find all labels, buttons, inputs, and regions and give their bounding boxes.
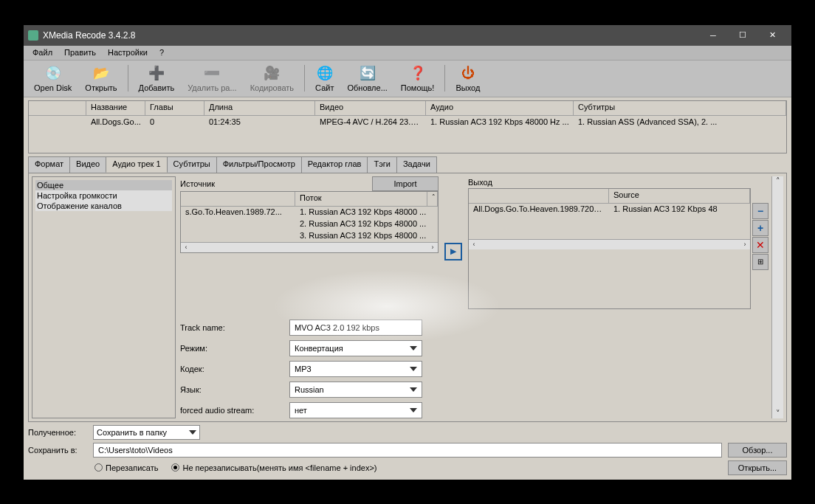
refresh-icon: 🔄 — [359, 64, 376, 82]
power-icon: ⏻ — [459, 64, 477, 82]
minimize-button[interactable]: ─ — [698, 25, 728, 46]
language-select[interactable]: Russian — [289, 382, 422, 398]
source-scrollbar[interactable]: ‹› — [181, 242, 438, 252]
window-title: XMedia Recode 3.4.2.8 — [43, 30, 698, 41]
codec-label: Кодек: — [180, 365, 283, 373]
audio-form: Track name: Режим: Конвертация Кодек: MP… — [180, 320, 771, 418]
mode-label: Режим: — [180, 344, 283, 353]
section-general[interactable]: Общее — [35, 180, 172, 190]
menu-help[interactable]: ? — [155, 46, 168, 58]
titlebar: XMedia Recode 3.4.2.8 ─ ☐ ✕ — [24, 25, 791, 46]
app-window: XMedia Recode 3.4.2.8 ─ ☐ ✕ Файл Править… — [23, 24, 792, 480]
menu-settings[interactable]: Настройки — [103, 46, 152, 58]
overwrite-radio[interactable]: Перезаписать — [94, 463, 158, 472]
add-track-button[interactable]: + — [752, 220, 768, 236]
section-channels[interactable]: Отображение каналов — [35, 201, 172, 211]
path-input[interactable] — [93, 443, 722, 458]
audio-sections: Общее Настройка громкости Отображение ка… — [32, 176, 176, 418]
add-button[interactable]: ➕ Добавить — [133, 63, 181, 94]
received-select[interactable]: Сохранить в папку — [93, 425, 200, 440]
close-button[interactable]: ✕ — [757, 25, 787, 46]
tab-subtitles[interactable]: Субтитры — [167, 156, 217, 173]
no-overwrite-radio[interactable]: Не перезаписывать(менять имя <filename +… — [171, 463, 376, 472]
maximize-button[interactable]: ☐ — [728, 25, 757, 46]
saveto-label: Сохранить в: — [28, 446, 87, 455]
tab-strip: Формат Видео Аудио трек 1 Субтитры Фильт… — [28, 156, 787, 173]
svg-rect-0 — [28, 30, 38, 41]
menu-edit[interactable]: Править — [60, 46, 100, 58]
remove-track-button[interactable]: − — [752, 203, 768, 219]
col-source[interactable]: Source — [609, 189, 750, 203]
open-file-button[interactable]: 📂 Открыть — [79, 63, 123, 94]
col-name[interactable]: Название — [86, 101, 145, 115]
move-right-button[interactable]: ▶ — [444, 243, 462, 260]
encode-button: 🎥 Кодировать — [244, 63, 300, 94]
output-scrollbar[interactable]: ‹› — [469, 239, 750, 249]
section-volume[interactable]: Настройка громкости — [35, 190, 172, 201]
help-button[interactable]: ❓ Помощь! — [395, 63, 441, 94]
mode-select[interactable]: Конвертация — [289, 340, 422, 356]
col-subs[interactable]: Субтитры — [574, 101, 786, 115]
files-list: Название Главы Длина Видео Аудио Субтитр… — [28, 100, 787, 153]
menubar: Файл Править Настройки ? — [24, 46, 791, 61]
update-button[interactable]: 🔄 Обновле... — [341, 63, 393, 94]
codec-select[interactable]: MP3 — [289, 361, 422, 377]
panel-scrollbar[interactable]: ˄˅ — [771, 176, 783, 418]
output-label: Выход — [468, 176, 771, 188]
toolbar: 💿 Open Disk 📂 Открыть ➕ Добавить ➖ Удали… — [24, 61, 791, 97]
tab-format[interactable]: Формат — [28, 156, 70, 173]
site-button[interactable]: 🌐 Сайт — [309, 63, 340, 94]
col-stream[interactable]: Поток — [295, 192, 427, 206]
question-icon: ❓ — [409, 64, 427, 82]
col-video[interactable]: Видео — [315, 101, 426, 115]
tab-audio-1[interactable]: Аудио трек 1 — [106, 156, 167, 173]
track-name-input[interactable] — [289, 320, 422, 336]
folder-icon: 📂 — [92, 64, 110, 82]
minus-icon: ➖ — [203, 64, 221, 82]
browse-button[interactable]: Обзор... — [728, 443, 787, 458]
tab-tags[interactable]: Тэги — [367, 156, 397, 173]
delete-track-button[interactable]: ✕ — [752, 237, 768, 253]
import-button[interactable]: Import — [372, 176, 439, 191]
exit-button[interactable]: ⏻ Выход — [450, 63, 486, 94]
camera-icon: 🎥 — [263, 64, 281, 82]
tab-chapters[interactable]: Редактор глав — [301, 156, 368, 173]
plus-icon: ➕ — [148, 64, 165, 82]
col-length[interactable]: Длина — [204, 101, 315, 115]
col-chapters[interactable]: Главы — [145, 101, 204, 115]
globe-icon: 🌐 — [316, 64, 334, 82]
source-label: Источник — [180, 178, 215, 190]
track-name-label: Track name: — [180, 323, 283, 332]
col-audio[interactable]: Аудио — [426, 101, 574, 115]
options-button[interactable]: ⊞ — [752, 254, 768, 270]
tab-video[interactable]: Видео — [69, 156, 106, 173]
app-icon — [28, 30, 38, 41]
menu-file[interactable]: Файл — [28, 46, 57, 58]
open-folder-button[interactable]: Открыть... — [728, 460, 787, 475]
forced-select[interactable]: нет — [289, 402, 422, 418]
received-label: Полученное: — [28, 428, 87, 437]
disk-icon: 💿 — [44, 64, 62, 82]
language-label: Язык: — [180, 385, 283, 394]
file-row[interactable]: All.Dogs.Go... 0 01:24:35 MPEG-4 AVC / H… — [29, 116, 786, 129]
remove-button: ➖ Удалить ра... — [182, 63, 242, 94]
tab-filters[interactable]: Фильтры/Просмотр — [216, 156, 302, 173]
bottom-panel: Полученное: Сохранить в папку Сохранить … — [28, 425, 787, 475]
radio-icon — [171, 463, 179, 472]
forced-label: forced audio stream: — [180, 406, 283, 415]
open-disk-button[interactable]: 💿 Open Disk — [28, 63, 78, 94]
tab-jobs[interactable]: Задачи — [396, 156, 437, 173]
radio-icon — [94, 463, 103, 472]
